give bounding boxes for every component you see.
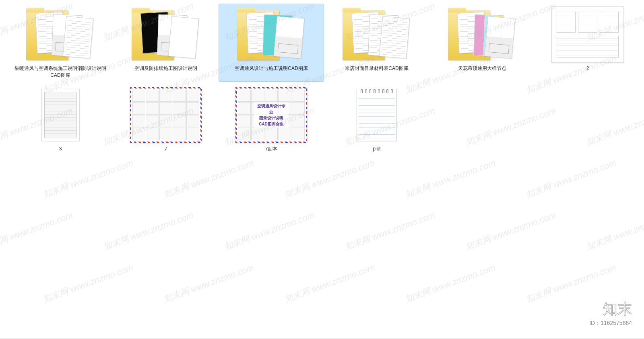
image-thumbnail: [130, 87, 202, 143]
logo-text: 知末: [589, 299, 632, 319]
folder-item-5[interactable]: 天花吊顶通用大样节点: [430, 4, 535, 81]
folder-thumbnail: [341, 6, 413, 63]
overlay-title: 空调通风设计专业 图录设计说明CAD图库合集: [254, 102, 289, 128]
folder-thumbnail: [446, 6, 518, 63]
file-label: plot: [373, 146, 380, 152]
image-thumbnail: 空调通风设计专业 图录设计说明CAD图库合集: [235, 87, 308, 143]
folder-label: 米店封面目录材料表CAD图库: [345, 65, 408, 72]
image-item-7-copy[interactable]: 空调通风设计专业 图录设计说明CAD图库合集 7副本: [219, 84, 324, 155]
folder-label: 空调及防排烟施工图设计说明: [134, 65, 197, 72]
image-item-2[interactable]: 2: [535, 4, 640, 81]
folder-item-4[interactable]: 米店封面目录材料表CAD图库: [324, 4, 429, 81]
image-thumbnail: [551, 6, 624, 63]
file-thumbnail: [341, 87, 413, 143]
logo-id: ID：1162575884: [589, 320, 632, 327]
image-label: 7副本: [265, 146, 278, 152]
image-item-3[interactable]: 3: [8, 84, 113, 155]
brand-logo: 知末 ID：1162575884: [589, 299, 632, 327]
folder-item-2[interactable]: 空调及防排烟施工图设计说明: [114, 4, 218, 81]
folder-label: 空调通风设计与施工说明CAD图库: [235, 65, 308, 72]
image-item-7[interactable]: 7: [114, 84, 218, 155]
folder-thumbnail: [24, 6, 97, 63]
image-label: 2: [586, 65, 589, 72]
folder-label: 天花吊顶通用大样节点: [458, 65, 506, 72]
file-grid: 采暖通风与空调系统施工说明消防设计说明CAD图库 空调及防排烟施工图设计说明 空…: [0, 0, 644, 158]
folder-thumbnail: [235, 6, 308, 63]
folder-label: 采暖通风与空调系统施工说明消防设计说明CAD图库: [14, 65, 107, 79]
folder-thumbnail: [130, 6, 202, 63]
image-label: 7: [165, 146, 167, 152]
folder-item-3[interactable]: 空调通风设计与施工说明CAD图库: [219, 4, 324, 81]
folder-item-1[interactable]: 采暖通风与空调系统施工说明消防设计说明CAD图库: [8, 4, 113, 81]
image-thumbnail: [24, 87, 97, 143]
image-label: 3: [59, 146, 62, 152]
file-item-plot[interactable]: plot: [324, 84, 429, 155]
